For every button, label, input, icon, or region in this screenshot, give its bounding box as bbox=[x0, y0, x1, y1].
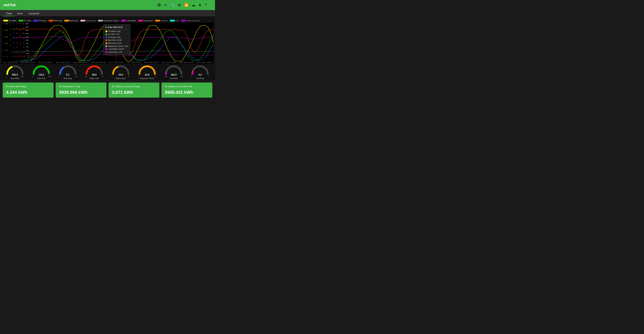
legend-label: PV Amps bbox=[39, 20, 46, 22]
x-axis-label: Mar 1, 2023 3:00 PM bbox=[21, 62, 35, 63]
legend-label: PV Volts bbox=[24, 20, 31, 22]
legend-color bbox=[181, 20, 186, 21]
gauge-svg-wrap: 182.0 bbox=[164, 65, 183, 75]
gauge-min: 3 bbox=[191, 76, 192, 77]
legend-item[interactable]: Humidity bbox=[155, 20, 168, 22]
gauge-battery-amps: 10.0 0 27 Battery Amps bbox=[110, 65, 132, 79]
legend-label: Ambient Celsius bbox=[186, 20, 200, 22]
legend-item[interactable]: PV Watts bbox=[3, 20, 16, 22]
x-axis-label: Mar 5, 2023 5:00 PM bbox=[144, 62, 158, 63]
legend-label: Load Amps bbox=[144, 20, 153, 22]
legend-item[interactable]: Batt Volts bbox=[49, 20, 62, 22]
gauge-value: 22.0 bbox=[145, 73, 150, 76]
nav-tabs: Chart Basic Topograph bbox=[0, 10, 215, 16]
wifi-icon[interactable]: 📶 bbox=[184, 3, 188, 7]
gauge-min: 48 bbox=[85, 76, 87, 77]
legend-item[interactable]: PV Amps bbox=[34, 20, 46, 22]
tab-basic[interactable]: Basic bbox=[14, 11, 26, 16]
gauge-min: 0 bbox=[112, 76, 112, 77]
legend-color bbox=[34, 20, 38, 21]
x-axis-label: Mar 6, 2023 7:00 AM bbox=[162, 62, 176, 63]
stat-card-value: 4.344 kWh bbox=[6, 90, 50, 95]
legend-label: Batt Volts bbox=[54, 20, 62, 22]
gauge-solar-amps: 5.1 0 18 Solar Amps bbox=[57, 65, 79, 79]
legend-color bbox=[64, 20, 69, 21]
chart-area[interactable]: 543210 250200150100500 302520151050 3530… bbox=[2, 23, 213, 61]
chart-section: PV Watts PV Volts PV Amps Batt Volts Bat… bbox=[0, 16, 215, 64]
x-axis-label: Mar 5, 2023 3:00 AM bbox=[127, 62, 141, 63]
x-axis-label: Mar 7, 2023 11:00 AM bbox=[197, 62, 212, 63]
gauge-label: Load Amps bbox=[196, 77, 204, 79]
gauge-battery-volts: 56.8 48 60 Battery Volts bbox=[83, 65, 105, 79]
gauge-label: Solar Volts bbox=[37, 77, 45, 79]
legend-item[interactable]: Batt Celsius bbox=[80, 20, 96, 22]
x-axis-label: Mar 4, 2023 1:00 PM bbox=[109, 62, 123, 63]
stat-card-value: 3939.968 kWh bbox=[59, 90, 103, 95]
stat-card: DC Battery Consumed Total 3905.431 kWh bbox=[162, 83, 212, 98]
gauge-max: 27 bbox=[128, 76, 130, 77]
gauge-solar-volts: 116.2 0 123 Solar Volts bbox=[30, 65, 52, 79]
gauge-svg-wrap: 116.2 bbox=[32, 65, 50, 75]
legend-color bbox=[138, 20, 143, 21]
gauge-load-amps: 3.2 3 5 Load Amps bbox=[189, 65, 211, 79]
gauge-max: 22 bbox=[155, 76, 156, 77]
x-axis-labels: Mar 1, 2023 1:00 AMMar 1, 2023 3:00 PMMa… bbox=[2, 61, 213, 64]
gauge-value: 182.0 bbox=[171, 73, 176, 76]
gauge-max: 18 bbox=[76, 76, 77, 77]
tab-topograph[interactable]: Topograph bbox=[26, 11, 42, 16]
gauge-min: 0 bbox=[32, 76, 33, 77]
wrench-icon[interactable]: 🔧 bbox=[170, 3, 175, 7]
gauge-min: 0 bbox=[58, 76, 60, 77]
x-axis-label: Mar 3, 2023 11:00 PM bbox=[91, 62, 106, 63]
gauge-load-watts: 182.0 180 225 Load Watts bbox=[163, 65, 184, 79]
stat-card-title: DC Battery Consumed Today bbox=[112, 85, 156, 88]
help-icon[interactable]: ? bbox=[205, 3, 206, 7]
tab-chart[interactable]: Chart bbox=[3, 11, 14, 16]
gauge-label: Solar Amps bbox=[64, 77, 72, 79]
gauge-value: 56.8 bbox=[92, 73, 96, 76]
x-axis-label: Mar 2, 2023 5:00 AM bbox=[38, 62, 52, 63]
gauge-svg-wrap: 10.0 bbox=[112, 65, 130, 75]
legend-item[interactable]: PV Volts bbox=[19, 20, 31, 22]
stat-card-value: 3905.431 kWh bbox=[165, 90, 209, 95]
legend-label: Load Watts bbox=[126, 20, 136, 22]
gauge-max: 225 bbox=[180, 76, 183, 77]
legend-color bbox=[49, 20, 54, 21]
legend-item[interactable]: Batt Amps bbox=[64, 20, 78, 22]
download-icon[interactable]: ⬇ bbox=[198, 3, 202, 7]
x-axis-label: Mar 6, 2023 9:00 PM bbox=[179, 62, 193, 63]
gauge-label: Load Watts bbox=[170, 77, 178, 79]
gauge-label: Battery Volts bbox=[90, 77, 99, 79]
gauge-svg-wrap: 56.8 bbox=[85, 65, 104, 75]
gauge-max: 1627 bbox=[21, 76, 24, 77]
legend-label: Batt Amps bbox=[70, 20, 78, 22]
legend-label: Humidity bbox=[160, 20, 168, 22]
cloud-icon[interactable]: ☁ bbox=[192, 3, 195, 7]
gauge-svg-wrap: 22.0 bbox=[138, 65, 156, 75]
legend-color bbox=[98, 20, 103, 21]
svg-point-5 bbox=[116, 44, 117, 45]
gauge-max: 60 bbox=[102, 76, 104, 77]
legend-item[interactable]: Ambient Celsius bbox=[181, 20, 200, 22]
power-icon[interactable]: ⏻ bbox=[158, 3, 161, 7]
gauge-min: -3 bbox=[138, 76, 139, 77]
legend-item[interactable]: Load Amps bbox=[138, 20, 153, 22]
header: nekTek ⏻ ✏ 🔧 ⊞ 📶 ☁ ⬇ ? bbox=[0, 0, 215, 10]
legend-label: PV Watts bbox=[9, 20, 16, 22]
stat-card-title: PV Generated Today bbox=[6, 85, 50, 88]
gauges-row: 592.0 0 1627 Solar Watts 116.2 0 123 bbox=[0, 64, 215, 80]
gauge-label: Solar Watts bbox=[10, 77, 19, 79]
edit-icon[interactable]: ✏ bbox=[164, 3, 167, 7]
legend-item[interactable]: Equipment Celsius bbox=[98, 20, 119, 22]
chart-legend: PV Watts PV Volts PV Amps Batt Volts Bat… bbox=[0, 19, 215, 23]
grid-icon[interactable]: ⊞ bbox=[178, 3, 181, 7]
legend-item[interactable]: kPa bbox=[170, 20, 178, 22]
legend-color bbox=[80, 20, 85, 21]
gauge-value: 10.0 bbox=[118, 73, 123, 76]
legend-label: Batt Celsius bbox=[86, 20, 96, 22]
legend-label: kPa bbox=[175, 20, 178, 22]
legend-color bbox=[19, 20, 23, 21]
legend-color bbox=[170, 20, 175, 21]
x-axis-label: Mar 3, 2023 9:00 AM bbox=[74, 62, 88, 63]
legend-item[interactable]: Load Watts bbox=[121, 20, 136, 22]
